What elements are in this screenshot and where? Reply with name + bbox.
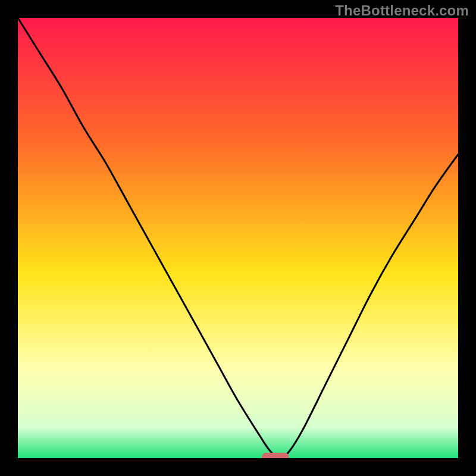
chart-svg (18, 18, 458, 458)
gradient-background (18, 18, 458, 458)
chart-root: { "watermark": "TheBottleneck.com", "col… (0, 0, 476, 476)
plot-area (18, 18, 458, 458)
watermark-text: TheBottleneck.com (335, 2, 469, 19)
optimal-marker (262, 453, 289, 458)
